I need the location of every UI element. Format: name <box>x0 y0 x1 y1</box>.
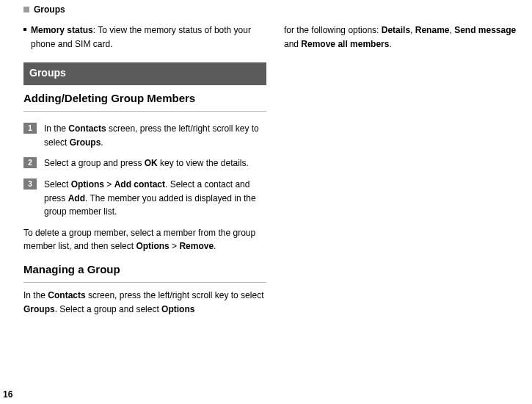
right-c1: , <box>410 25 415 35</box>
right-b1: Details <box>382 25 410 35</box>
right-c3: and <box>284 39 301 49</box>
step-3-b1: Options <box>71 179 104 190</box>
step-2: 2 Select a group and press OK key to vie… <box>23 156 266 170</box>
step-2-body: Select a group and press OK key to view … <box>44 156 266 170</box>
section-marker: Groups <box>23 4 519 15</box>
step-1-post: . <box>101 137 103 148</box>
manage-mid2: . Select a group and select <box>55 304 161 314</box>
step-number-1: 1 <box>23 123 37 134</box>
manage-b3: Options <box>161 304 194 314</box>
step-3-b2: Add contact <box>114 179 165 190</box>
step-3-mid: > <box>104 179 114 190</box>
step-1: 1 In the Contacts screen, press the left… <box>23 122 266 149</box>
step-1-body: In the Contacts screen, press the left/r… <box>44 122 266 149</box>
step-number-3: 3 <box>23 178 37 190</box>
delete-b2: Remove <box>179 241 214 251</box>
subheading-add-delete: Adding/Deleting Group Members <box>23 90 266 112</box>
right-b2: Rename <box>415 25 450 35</box>
memory-status-bold: Memory status <box>31 25 93 35</box>
two-column-layout: Memory status: To view the memory status… <box>13 24 519 316</box>
right-paragraph: for the following options: Details, Rena… <box>284 24 519 51</box>
managing-paragraph: In the Contacts screen, press the left/r… <box>23 289 266 316</box>
memory-status-bullet: Memory status: To view the memory status… <box>23 24 266 51</box>
manage-pre: In the <box>23 290 48 300</box>
page: Groups Memory status: To view the memory… <box>0 0 532 404</box>
step-3-b3: Add <box>68 193 85 203</box>
manage-b2: Groups <box>23 304 55 314</box>
square-icon <box>23 7 29 12</box>
page-number: 16 <box>3 389 12 400</box>
step-1-b1: Contacts <box>68 123 106 134</box>
steps-list: 1 In the Contacts screen, press the left… <box>23 122 266 219</box>
left-column: Memory status: To view the memory status… <box>13 24 266 316</box>
right-column: for the following options: Details, Rena… <box>284 24 519 316</box>
step-1-b2: Groups <box>70 137 101 148</box>
right-b4: Remove all members <box>301 39 389 49</box>
step-number-2: 2 <box>23 157 37 168</box>
step-1-pre: In the <box>44 123 68 134</box>
delete-mid: > <box>170 241 180 251</box>
step-3: 3 Select Options > Add contact. Select a… <box>23 178 266 219</box>
step-2-b1: OK <box>145 158 158 168</box>
step-2-pre: Select a group and press <box>44 158 145 168</box>
section-bar-groups: Groups <box>23 62 266 85</box>
delete-member-paragraph: To delete a group member, select a membe… <box>23 226 266 253</box>
bullet-icon <box>23 28 26 31</box>
right-b3: Send message <box>454 25 516 35</box>
memory-status-text: Memory status: To view the memory status… <box>31 24 266 51</box>
right-pre: for the following options: <box>284 25 382 35</box>
step-2-mid: key to view the details. <box>158 158 249 168</box>
manage-b1: Contacts <box>48 290 85 300</box>
section-marker-label: Groups <box>34 4 65 15</box>
step-3-body: Select Options > Add contact. Select a c… <box>44 178 266 219</box>
subheading-managing: Managing a Group <box>23 261 266 283</box>
delete-post: . <box>214 241 216 251</box>
delete-b1: Options <box>136 241 169 251</box>
step-3-pre: Select <box>44 179 71 190</box>
right-post: . <box>389 39 391 49</box>
manage-mid: screen, press the left/right scroll key … <box>86 290 264 300</box>
